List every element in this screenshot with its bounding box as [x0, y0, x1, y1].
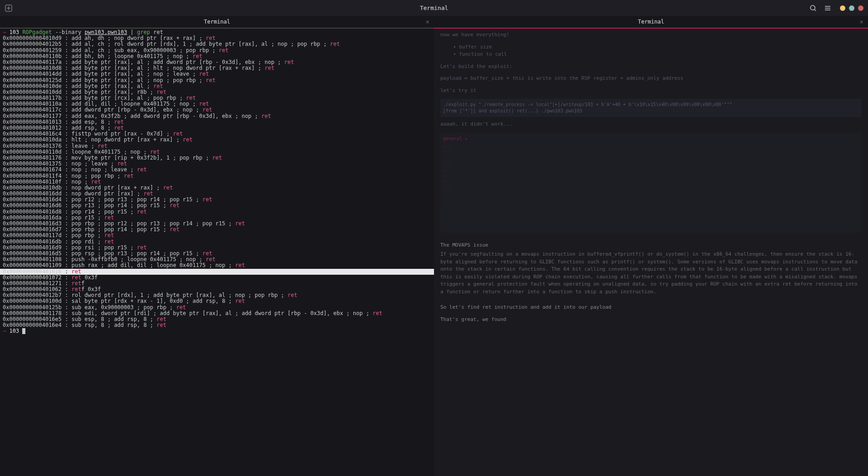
- cursor: [22, 328, 25, 334]
- prompt-line: → 103: [3, 328, 431, 334]
- notes-heading: aaaah, it didn't work...: [440, 121, 862, 128]
- notes-heading: The MOVAPS issue: [440, 242, 862, 249]
- maximize-button[interactable]: [849, 5, 854, 11]
- titlebar: Terminal: [0, 0, 868, 16]
- code-block: ./exploit.py "./remote_process -> local"…: [440, 99, 862, 117]
- tab-terminal-left[interactable]: Terminal ×: [0, 16, 434, 29]
- notes-heading: So let's find ret instruction and add it…: [440, 304, 862, 311]
- notes-heading: let's try it: [440, 87, 862, 95]
- tab-close-icon[interactable]: ×: [860, 18, 863, 25]
- bullet-item: buffer size: [453, 44, 862, 51]
- bullet-item: function to call: [453, 51, 862, 58]
- tab-terminal-right[interactable]: Terminal ×: [434, 16, 868, 29]
- hamburger-menu-icon[interactable]: [824, 4, 832, 12]
- terminal-left-pane[interactable]: → 103 ROPgadget --binary pwn103.pwn103 |…: [0, 29, 434, 476]
- tab-close-icon[interactable]: ×: [426, 18, 429, 25]
- tab-label: Terminal: [638, 19, 664, 25]
- svg-point-1: [810, 5, 815, 10]
- gadget-line: 0x00000000004016e4 : sub rsp, 8 ; add rs…: [3, 322, 431, 328]
- new-tab-button[interactable]: [5, 4, 13, 12]
- terminal-right-pane[interactable]: now we have everything! buffer size func…: [434, 29, 868, 476]
- tab-label: Terminal: [204, 19, 230, 25]
- search-icon[interactable]: [809, 4, 817, 12]
- code-block: general ▸ ..............................…: [440, 133, 862, 233]
- notes-heading: now we have everything!: [440, 31, 862, 39]
- notes-heading: That's great, we found: [440, 316, 862, 324]
- close-button[interactable]: [858, 5, 863, 11]
- tabs-row: Terminal × Terminal ×: [0, 16, 868, 29]
- notes-heading: Let's build the exploit:: [440, 63, 862, 71]
- notes-paragraph: If you're segfaulting on a movaps instru…: [440, 251, 862, 296]
- window-title: Terminal: [420, 5, 448, 11]
- notes-text: payload = buffer_size + this is write in…: [440, 75, 862, 83]
- minimize-button[interactable]: [840, 5, 845, 11]
